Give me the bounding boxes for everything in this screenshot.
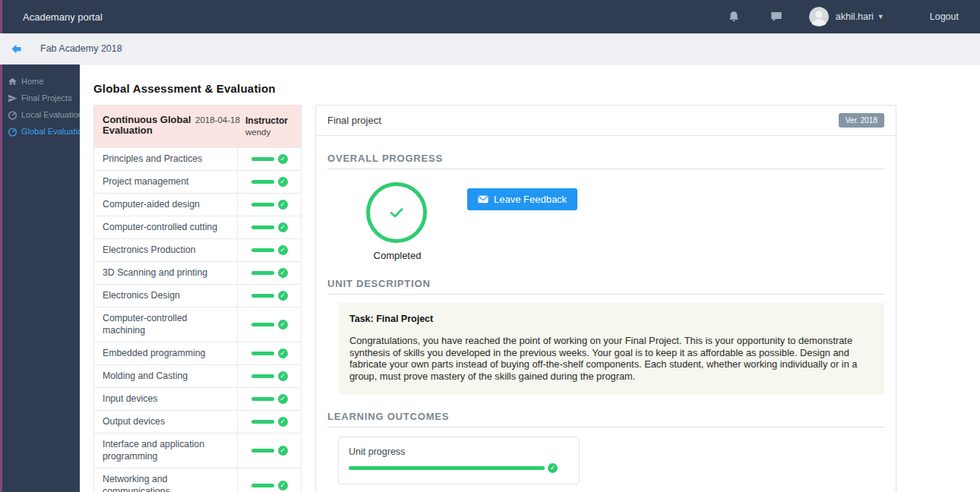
progress-cell: ✓: [237, 148, 301, 170]
sidebar-item-label: Local Evaluation: [21, 110, 80, 119]
gauge-icon: [8, 110, 17, 120]
table-row: Embedded programming ✓: [94, 342, 301, 364]
check-badge-icon: ✓: [278, 446, 288, 456]
progress-bar: [251, 449, 274, 453]
table-row: Electronics Production ✓: [94, 238, 301, 261]
skill-label: Molding and Casting: [94, 365, 237, 387]
table-row: Project management ✓: [94, 170, 301, 193]
task-title: Task: Final Project: [349, 314, 873, 324]
skill-label: Electronics Production: [94, 239, 237, 261]
progress-bar: [251, 374, 274, 378]
send-icon: [8, 93, 17, 103]
check-badge-icon: ✓: [278, 268, 288, 278]
unit-progress-box: Unit progress ✓: [338, 437, 580, 484]
check-badge-icon: ✓: [278, 154, 288, 164]
progress-cell: ✓: [237, 434, 301, 468]
envelope-icon: [478, 195, 488, 203]
progress-bar: [251, 157, 274, 161]
sidebar-item-label: Final Projects: [21, 93, 72, 102]
progress-bar: [251, 226, 274, 229]
skill-label: Principles and Practices: [94, 148, 237, 170]
progress-bar: [251, 397, 274, 401]
navbar-right: akhil.hari ▼ Logout: [698, 7, 959, 27]
evaluation-date: 2018-04-18: [195, 115, 245, 137]
section-title-unit-description: UNIT DESCRIPTION: [327, 278, 884, 295]
bell-icon[interactable]: [727, 10, 741, 24]
table-row: Output devices ✓: [94, 410, 301, 433]
logout-button[interactable]: Logout: [930, 11, 959, 22]
unit-description-box: Task: Final Project Congratulations, you…: [338, 303, 884, 394]
skill-label: Computer-controlled machining: [94, 308, 237, 342]
table-row: Computer-aided design ✓: [94, 193, 301, 216]
progress-cell: ✓: [237, 216, 301, 238]
skill-label: Interface and application programming: [94, 434, 237, 468]
skill-label: Output devices: [94, 411, 237, 433]
table-row: 3D Scanning and printing ✓: [94, 261, 301, 284]
check-badge-icon: ✓: [278, 222, 288, 232]
progress-cell: ✓: [237, 468, 301, 492]
check-badge-icon: ✓: [278, 371, 288, 381]
skill-label: Project management: [94, 171, 237, 193]
sidebar-item-label: Home: [21, 77, 43, 86]
home-icon: [8, 77, 17, 87]
progress-bar: [251, 203, 274, 207]
skill-label: 3D Scanning and printing: [94, 262, 237, 284]
evaluation-table: Continuous Global Evaluation 2018-04-18 …: [93, 105, 302, 492]
feedback-wrap: Leave Feedback: [467, 182, 577, 261]
progress-cell: ✓: [237, 285, 301, 307]
skill-label: Computer-controlled cutting: [94, 216, 237, 238]
check-badge-icon: ✓: [278, 481, 288, 490]
unit-card-header: Final project Ver. 2018: [316, 106, 896, 136]
chat-icon[interactable]: [770, 10, 783, 24]
check-badge-icon: ✓: [278, 320, 288, 330]
unit-progress-label: Unit progress: [349, 446, 569, 457]
progress-bar: [251, 323, 274, 326]
skill-label: Embedded programming: [94, 342, 237, 364]
check-badge-icon: ✓: [548, 463, 558, 473]
instructor-label: Instructor: [245, 115, 288, 126]
progress-bar: [251, 420, 274, 424]
top-navbar: Academany portal akhil.hari ▼ Logout: [0, 0, 980, 33]
sidebar-item-label: Global Evaluation: [21, 127, 80, 136]
app-brand: Academany portal: [23, 11, 103, 23]
progress-cell: ✓: [237, 194, 301, 216]
check-badge-icon: ✓: [278, 394, 288, 404]
caret-down-icon[interactable]: ▼: [877, 13, 884, 20]
skill-label: Computer-aided design: [94, 194, 237, 216]
unit-progress-bar: [349, 466, 545, 470]
breadcrumb: Fab Academy 2018: [0, 33, 980, 65]
sidebar-item-global-evaluation[interactable]: Global Evaluation: [2, 123, 80, 140]
table-row: Electronics Design ✓: [94, 284, 301, 307]
unit-progress-bar-row: ✓: [349, 463, 569, 473]
version-badge: Ver. 2018: [839, 113, 884, 128]
overall-progress-section: Completed Leave Feedback: [327, 182, 884, 261]
sidebar-item-final-projects[interactable]: Final Projects: [2, 90, 80, 106]
section-title-learning-outcomes: LEARNING OUTCOMES: [327, 411, 884, 427]
skill-label: Electronics Design: [94, 285, 237, 307]
progress-bar: [251, 484, 274, 487]
progress-cell: ✓: [237, 411, 301, 433]
progress-bar: [251, 271, 274, 275]
progress-cell: ✓: [237, 239, 301, 261]
instructor-cell: Instructor wendy: [245, 115, 288, 137]
check-badge-icon: ✓: [278, 417, 288, 427]
table-row: Input devices ✓: [94, 387, 301, 410]
evaluation-title: Continuous Global Evaluation: [103, 115, 195, 137]
sidebar-item-home[interactable]: Home: [2, 73, 80, 90]
page-title: Global Assessment & Evaluation: [93, 82, 980, 95]
main-content: Global Assessment & Evaluation Continuou…: [80, 65, 980, 492]
progress-cell: ✓: [237, 388, 301, 410]
table-row: Principles and Practices ✓: [94, 147, 301, 170]
username-dropdown[interactable]: akhil.hari: [836, 11, 874, 22]
arrow-left-icon[interactable]: [11, 43, 22, 55]
unit-card-body: OVERALL PROGRESS Completed Leave Feedbac…: [316, 153, 896, 492]
check-badge-icon: ✓: [278, 177, 288, 187]
leave-feedback-button[interactable]: Leave Feedback: [467, 188, 577, 210]
evaluation-table-header: Continuous Global Evaluation 2018-04-18 …: [94, 105, 301, 147]
sidebar-item-local-evaluation[interactable]: Local Evaluation: [2, 106, 80, 123]
check-badge-icon: ✓: [278, 200, 288, 210]
completed-block: Completed: [366, 182, 428, 261]
table-row: Computer-controlled machining ✓: [94, 307, 301, 342]
avatar[interactable]: [809, 7, 829, 27]
progress-cell: ✓: [237, 308, 301, 342]
